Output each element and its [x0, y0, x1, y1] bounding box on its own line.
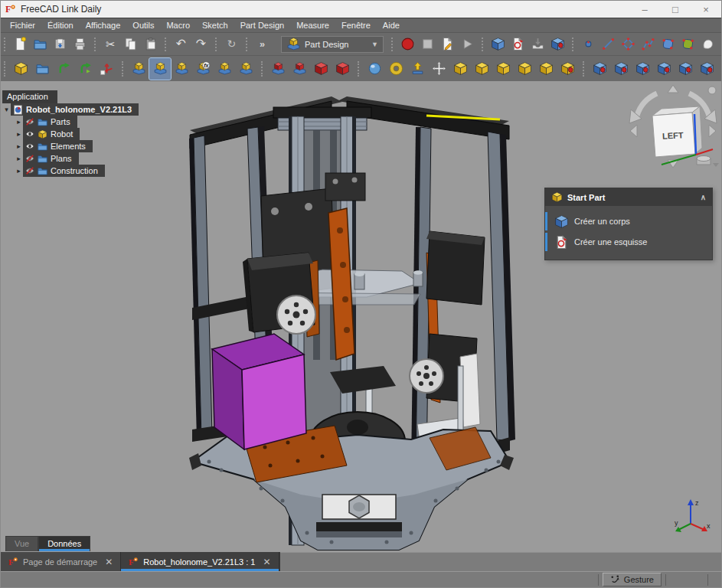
collapse-chevron-icon[interactable]: ∧	[701, 193, 706, 201]
macro-edit-icon[interactable]	[437, 34, 457, 54]
tree-item-label[interactable]: Robot	[51, 129, 73, 139]
paste-icon[interactable]	[140, 34, 160, 54]
open-file-icon[interactable]	[30, 34, 50, 54]
visibility-off-icon[interactable]	[25, 117, 34, 126]
chevron-right-icon[interactable]: ▸	[15, 118, 23, 126]
chevron-right-icon[interactable]: ▸	[15, 167, 23, 175]
additive-loft-icon[interactable]	[471, 58, 492, 80]
cut-icon[interactable]: ✂	[100, 34, 120, 54]
document-tab-robot-holonome-v2-21l3-1[interactable]: FRobot_holonome_V2.21L3 : 1✕	[121, 552, 279, 571]
tree-root-row[interactable]: ▾Robot_holonome_V2.21L3	[2, 103, 139, 116]
save-icon[interactable]	[50, 34, 70, 54]
shape-ghost-icon[interactable]	[697, 34, 717, 54]
macro-record-icon[interactable]	[397, 34, 417, 54]
dock-tab-vue[interactable]: Vue	[5, 536, 38, 551]
point-icon[interactable]	[578, 34, 598, 54]
additive-box-icon[interactable]	[535, 58, 557, 80]
additive-torus-icon[interactable]	[385, 58, 407, 80]
create-sketch-icon[interactable]	[149, 58, 171, 80]
menu-fichier[interactable]: Fichier	[4, 19, 41, 32]
datum-plane-icon[interactable]	[267, 58, 289, 80]
menu-affichage[interactable]: Affichage	[80, 19, 127, 32]
close-icon[interactable]: ✕	[263, 557, 270, 567]
close-button[interactable]: ×	[691, 1, 721, 18]
undo-icon[interactable]: ↶	[171, 34, 191, 54]
macro-stop-icon[interactable]	[417, 34, 437, 54]
surface-green-icon[interactable]	[678, 34, 697, 54]
menu-measure[interactable]: Measure	[290, 19, 335, 32]
tree-item-robot[interactable]: ▸Robot	[2, 128, 139, 140]
polygon-icon[interactable]	[618, 34, 638, 54]
print-icon[interactable]	[70, 34, 90, 54]
additive-sphere-icon[interactable]	[364, 58, 385, 80]
part-workbench-icon[interactable]	[488, 34, 508, 54]
tree-item-parts[interactable]: ▸Parts	[2, 116, 139, 128]
pocket-icon[interactable]	[589, 58, 610, 80]
dock-tab-donn-es[interactable]: Données	[38, 536, 90, 551]
minimize-button[interactable]: –	[629, 1, 660, 18]
task-item-cr-er-une-esquisse[interactable]: Créer une esquisse	[545, 233, 712, 251]
tree-item-label[interactable]: Plans	[51, 154, 72, 163]
visibility-on-icon[interactable]	[25, 142, 34, 151]
gesture-nav-button[interactable]: Gesture	[603, 573, 662, 586]
visibility-off-icon[interactable]	[25, 166, 34, 175]
tree-item-label[interactable]: Construction	[51, 166, 98, 175]
pad-icon[interactable]	[407, 58, 428, 80]
tree-root-label[interactable]: Robot_holonome_V2.21L3	[26, 105, 132, 114]
local-cs-icon[interactable]	[332, 58, 353, 80]
menu-sketch[interactable]: Sketch	[196, 19, 234, 32]
visibility-on-icon[interactable]	[25, 129, 34, 139]
toolbar-overflow-icon[interactable]: »	[252, 34, 272, 54]
tree-item-elements[interactable]: ▸Elements	[2, 140, 139, 152]
task-item-cr-er-un-corps[interactable]: Créer un corps	[545, 212, 712, 230]
revolution-icon[interactable]	[449, 58, 471, 80]
edit-sketch-icon[interactable]	[171, 58, 192, 80]
chevron-down-icon[interactable]: ▾	[2, 106, 11, 113]
new-file-icon[interactable]	[10, 34, 30, 54]
make-link-icon[interactable]	[53, 58, 74, 80]
body-yellow-icon[interactable]	[10, 58, 31, 80]
additive-helix-icon[interactable]	[514, 58, 535, 80]
menu-fen-tre[interactable]: Fenêtre	[335, 19, 377, 32]
shapebinder-icon[interactable]	[235, 58, 256, 80]
subtractive-loft-icon[interactable]	[653, 58, 675, 80]
chevron-right-icon[interactable]: ▸	[15, 155, 23, 162]
make-sublink-icon[interactable]	[74, 58, 96, 80]
datum-axis-icon[interactable]	[96, 58, 117, 80]
import-icon[interactable]	[528, 34, 547, 54]
axonometric-view-icon[interactable]	[547, 34, 567, 54]
tree-item-plans[interactable]: ▸Plans	[2, 152, 139, 165]
polyline-icon[interactable]	[638, 34, 658, 54]
boolean-icon[interactable]	[557, 58, 578, 80]
macro-play-icon[interactable]	[457, 34, 477, 54]
sketch-icon[interactable]	[508, 34, 528, 54]
workbench-selector[interactable]: Part Design ▼	[281, 36, 384, 53]
menu-aide[interactable]: Aide	[377, 19, 406, 32]
menu-dition[interactable]: Édition	[41, 19, 80, 32]
tree-item-label[interactable]: Elements	[51, 142, 86, 151]
chevron-right-icon[interactable]: ▸	[15, 130, 23, 138]
datum-line-icon[interactable]	[289, 58, 310, 80]
groove-icon[interactable]	[632, 58, 653, 80]
additive-pipe-icon[interactable]	[492, 58, 514, 80]
hole-feature-icon[interactable]	[610, 58, 632, 80]
redo-icon[interactable]: ↷	[191, 34, 211, 54]
refresh-icon[interactable]: ↻	[221, 34, 241, 54]
3d-viewport[interactable]: Application ▾Robot_holonome_V2.21L3▸Part…	[1, 81, 721, 551]
task-panel-header[interactable]: Start Part ∧	[545, 188, 712, 206]
line-icon[interactable]	[598, 34, 618, 54]
surface-blue-icon[interactable]	[658, 34, 678, 54]
visibility-off-icon[interactable]	[25, 154, 34, 163]
tree-item-construction[interactable]: ▸Construction	[2, 165, 139, 177]
expression-editor-icon[interactable]: fx	[192, 58, 214, 80]
document-tab-page-de-d-marrage[interactable]: FPage de démarrage✕	[1, 552, 121, 571]
subtractive-pipe-icon[interactable]	[675, 58, 696, 80]
group-icon[interactable]	[31, 58, 53, 80]
chevron-right-icon[interactable]: ▸	[15, 142, 23, 150]
menu-outils[interactable]: Outils	[126, 19, 160, 32]
maximize-button[interactable]: □	[660, 1, 691, 18]
datum-point-icon[interactable]	[310, 58, 332, 80]
close-icon[interactable]: ✕	[105, 557, 113, 567]
subtractive-helix-icon[interactable]	[696, 58, 717, 80]
clone-icon[interactable]	[214, 58, 235, 80]
